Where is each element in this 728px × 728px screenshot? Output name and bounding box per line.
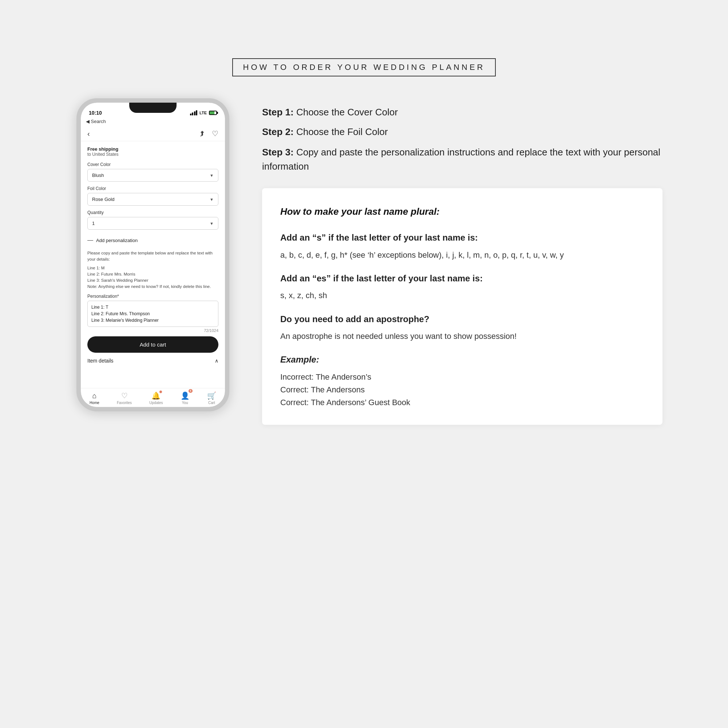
- main-content: 10:10 LTE: [37, 98, 691, 425]
- step-2: Step 2: Choose the Foil Color: [262, 125, 662, 138]
- battery-icon: [209, 111, 217, 115]
- section1-heading: Add an “s” if the last letter of your la…: [280, 231, 644, 245]
- screen-content: Free shipping to United States Cover Col…: [81, 141, 225, 388]
- you-label: You: [182, 401, 188, 405]
- page-title: HOW TO ORDER YOUR WEDDING PLANNER: [232, 58, 496, 76]
- personalization-textarea[interactable]: Line 1: T Line 2: Future Mrs. Thompson L…: [87, 301, 219, 327]
- quantity-label: Quantity: [87, 210, 219, 215]
- right-content: Step 1: Choose the Cover Color Step 2: C…: [262, 98, 662, 425]
- battery-fill: [210, 112, 214, 114]
- cart-label: Cart: [208, 401, 215, 405]
- info-card-title: How to make your last name plural:: [280, 204, 644, 219]
- nav-favorites[interactable]: ♡ Favorites: [117, 391, 132, 405]
- favorites-icon: ♡: [121, 391, 128, 400]
- cover-color-label: Cover Color: [87, 162, 219, 167]
- nav-right-icons: ⮭ ♡: [199, 129, 219, 138]
- char-count: 72/1024: [87, 328, 219, 333]
- step1-label: Step 1:: [262, 107, 294, 118]
- personalization-field-label: Personalization*: [87, 294, 219, 299]
- dash-icon: —: [87, 237, 93, 243]
- back-search-label: ◀ Search: [86, 119, 106, 124]
- cover-color-arrow: ▼: [210, 173, 214, 177]
- cover-color-value: Blush: [92, 173, 104, 178]
- section3-heading: Do you need to add an apostrophe?: [280, 312, 644, 326]
- step-3: Step 3: Copy and paste the personalizati…: [262, 145, 662, 174]
- add-personalization-label: Add personalization: [96, 238, 138, 243]
- bottom-nav: ⌂ Home ♡ Favorites 🔔 Updates: [81, 388, 225, 407]
- phone-wrapper: 10:10 LTE: [66, 98, 240, 411]
- step3-label: Step 3:: [262, 147, 294, 158]
- step2-label: Step 2:: [262, 126, 294, 137]
- item-details-row[interactable]: Item details ∧: [87, 358, 219, 367]
- quantity-dropdown[interactable]: 1 ▼: [87, 217, 219, 230]
- signal-bar-2: [192, 112, 193, 115]
- heart-icon[interactable]: ♡: [212, 129, 219, 138]
- time-display: 10:10: [89, 110, 102, 116]
- free-shipping-main: Free shipping: [87, 146, 219, 152]
- free-shipping-section: Free shipping to United States: [87, 146, 219, 157]
- you-badge-num: 6: [188, 389, 192, 393]
- phone-screen: 10:10 LTE: [81, 102, 225, 407]
- add-personalization-row[interactable]: — Add personalization: [87, 234, 219, 246]
- template-lines: Line 1: M Line 2: Future Mrs. Morris Lin…: [87, 265, 219, 290]
- you-badge: 👤 6: [180, 391, 190, 400]
- updates-label: Updates: [149, 401, 163, 405]
- foil-color-value: Rose Gold: [92, 197, 114, 202]
- example-correct2: Correct: The Andersons’ Guest Book: [280, 396, 644, 409]
- signal-bars: [190, 110, 198, 115]
- share-icon[interactable]: ⮭: [199, 129, 206, 138]
- example-incorrect: Incorrect: The Anderson’s: [280, 370, 644, 383]
- signal-bar-3: [194, 112, 196, 115]
- signal-bar-4: [196, 110, 197, 115]
- back-icon[interactable]: ‹: [87, 130, 90, 138]
- section2-text: s, x, z, ch, sh: [280, 289, 644, 302]
- cover-color-dropdown[interactable]: Blush ▼: [87, 169, 219, 182]
- search-back-row: ◀ Search: [81, 117, 225, 127]
- phone-notch: [129, 102, 177, 113]
- nav-updates[interactable]: 🔔 Updates: [149, 391, 163, 405]
- foil-color-dropdown[interactable]: Rose Gold ▼: [87, 193, 219, 206]
- step-1: Step 1: Choose the Cover Color: [262, 106, 662, 119]
- step1-text: Choose the Cover Color: [296, 107, 398, 118]
- home-icon: ⌂: [92, 392, 96, 400]
- item-details-label: Item details: [87, 358, 113, 364]
- item-details-chevron: ∧: [215, 358, 219, 364]
- personalization-instructions: Please copy and paste the template below…: [87, 250, 219, 290]
- steps-section: Step 1: Choose the Cover Color Step 2: C…: [262, 106, 662, 174]
- you-icon: 👤: [180, 392, 190, 400]
- nav-cart[interactable]: 🛒 Cart: [207, 391, 216, 405]
- quantity-arrow: ▼: [210, 221, 214, 226]
- info-card: How to make your last name plural: Add a…: [262, 188, 662, 425]
- home-label: Home: [90, 401, 99, 405]
- add-to-cart-button[interactable]: Add to cart: [87, 336, 219, 353]
- cart-icon: 🛒: [207, 391, 216, 400]
- section2-heading: Add an “es” if the last letter of your l…: [280, 272, 644, 285]
- section1-text: a, b, c, d, e, f, g, h* (see ‘h’ excepti…: [280, 249, 644, 262]
- status-right: LTE: [190, 110, 217, 115]
- favorites-label: Favorites: [117, 401, 132, 405]
- quantity-value: 1: [92, 220, 95, 226]
- lte-badge: LTE: [199, 111, 207, 115]
- template-instructions-text: Please copy and paste the template below…: [87, 250, 219, 263]
- foil-color-label: Foil Color: [87, 186, 219, 191]
- step2-text: Choose the Foil Color: [296, 126, 388, 137]
- page-container: HOW TO ORDER YOUR WEDDING PLANNER 10:10: [37, 37, 691, 691]
- nav-home[interactable]: ⌂ Home: [90, 392, 99, 405]
- signal-bar-1: [190, 113, 191, 115]
- example-correct1: Correct: The Andersons: [280, 383, 644, 396]
- updates-badge-dot: [159, 390, 162, 393]
- nav-you[interactable]: 👤 6 You: [180, 391, 190, 405]
- foil-color-arrow: ▼: [210, 197, 214, 202]
- nav-bar: ‹ ⮭ ♡: [81, 127, 225, 141]
- free-shipping-sub: to United States: [87, 152, 219, 157]
- example-title: Example:: [280, 353, 644, 367]
- section3-text: An apostrophe is not needed unless you w…: [280, 330, 644, 343]
- phone-mockup: 10:10 LTE: [76, 98, 229, 411]
- updates-badge: 🔔: [151, 391, 161, 400]
- step3-text: Copy and paste the personalization instr…: [262, 147, 660, 172]
